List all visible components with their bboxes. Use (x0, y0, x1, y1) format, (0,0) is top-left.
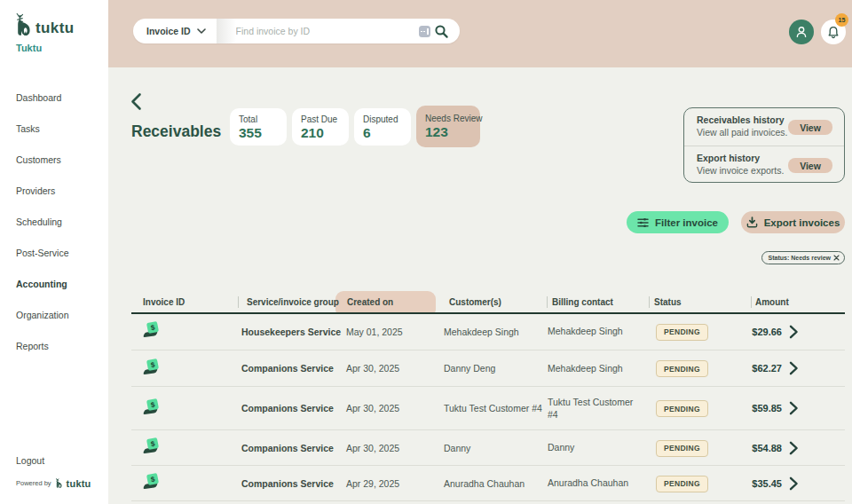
column-header-billing-contact[interactable]: Billing contact (552, 297, 613, 307)
stat-value: 355 (239, 125, 287, 141)
search-divider (217, 19, 236, 43)
status-badge: PENDING (656, 476, 708, 492)
chevron-left-icon (129, 92, 143, 111)
filter-invoice-button[interactable]: Filter invoice (627, 211, 729, 233)
invoice-money-icon: $ (145, 474, 161, 489)
sidebar-nav: Dashboard Tasks Customers Providers Sche… (16, 82, 105, 361)
sidebar-item-accounting[interactable]: Accounting (16, 268, 105, 299)
status-badge: PENDING (656, 324, 708, 341)
cell-billing-contact: Mehakdeep Singh (548, 325, 656, 337)
cell-created-on: May 01, 2025 (346, 327, 444, 337)
sidebar-item-providers[interactable]: Providers (16, 175, 105, 206)
stat-label: Disputed (363, 114, 411, 124)
column-header-status[interactable]: Status (654, 297, 682, 307)
cell-customer: Tuktu Test Customer #4 (444, 403, 548, 413)
column-divider (547, 296, 548, 308)
chevron-right-icon[interactable] (789, 361, 799, 375)
status-filter-chip[interactable]: Status: Needs review (761, 251, 845, 264)
column-header-invoice-id[interactable]: Invoice ID (143, 297, 185, 307)
sidebar-item-scheduling[interactable]: Scheduling (16, 206, 105, 237)
chevron-right-icon[interactable] (789, 401, 799, 415)
column-divider (649, 296, 650, 308)
stat-value: 123 (425, 124, 480, 140)
close-icon[interactable] (833, 255, 840, 261)
sidebar-item-dashboard[interactable]: Dashboard (16, 82, 105, 113)
cell-created-on: Apr 30, 2025 (346, 403, 444, 413)
column-header-service-group[interactable]: Service/invoice group (247, 297, 339, 307)
download-icon (746, 217, 758, 228)
status-filter-chip-label: Status: Needs review (769, 255, 831, 261)
table-row[interactable]: $ Companions Service Apr 30, 2025 Danny … (131, 430, 845, 466)
export-invoices-label: Export invoices (764, 217, 840, 228)
sidebar-item-customers[interactable]: Customers (16, 144, 105, 175)
brand-wordmark: tuktu (36, 20, 75, 37)
column-header-created-on[interactable]: Created on (347, 297, 393, 307)
avatar-button[interactable] (789, 20, 814, 44)
stat-card-needs-review[interactable]: Needs Review 123 (416, 106, 480, 147)
invoice-money-icon: $ (145, 322, 161, 337)
logout-link[interactable]: Logout (16, 455, 44, 466)
sidebar-item-tasks[interactable]: Tasks (16, 113, 105, 144)
stat-label: Total (239, 114, 287, 124)
cell-customer: Danny (444, 443, 548, 453)
export-invoices-button[interactable]: Export invoices (741, 211, 845, 233)
invoice-money-icon: $ (145, 359, 161, 374)
cell-service-group: Companions Service (241, 363, 346, 374)
chevron-right-icon[interactable] (789, 476, 799, 491)
search-icon[interactable] (434, 24, 449, 39)
history-panel: Receivables history View all paid invoic… (683, 107, 845, 183)
chevron-right-icon[interactable] (789, 325, 799, 339)
chevron-right-icon[interactable] (789, 441, 799, 455)
table-row[interactable]: $ Companions Service Apr 30, 2025 Tuktu … (131, 387, 845, 430)
cell-amount: $29.66 (752, 327, 782, 337)
status-badge: PENDING (656, 440, 708, 457)
cell-billing-contact: Anuradha Chauhan (548, 476, 656, 489)
cell-service-group: Companions Service (241, 403, 346, 413)
stat-card-total[interactable]: Total 355 (230, 108, 287, 146)
column-header-amount[interactable]: Amount (755, 297, 789, 307)
cell-billing-contact: Tuktu Test Customer #4 (548, 396, 656, 421)
cell-amount: $62.27 (752, 363, 782, 374)
main-content: Receivables Total 355 Past Due 210 Dispu… (108, 67, 852, 504)
search-bar: Invoice ID (133, 19, 460, 43)
invoice-money-icon: $ (145, 399, 161, 414)
sidebar-item-reports[interactable]: Reports (16, 330, 105, 361)
receivables-history-view-button[interactable]: View (788, 120, 832, 135)
table-row[interactable]: $ Companions Service Apr 30, 2025 Danny … (131, 350, 845, 387)
cell-created-on: Apr 29, 2025 (346, 478, 444, 489)
column-header-customers[interactable]: Customer(s) (449, 297, 501, 307)
table-row[interactable]: $ Companions Service Apr 29, 2025 Anurad… (131, 466, 845, 501)
export-history-row: Export history View invoice exports. Vie… (684, 146, 844, 183)
cell-amount: $59.85 (752, 403, 782, 413)
app-label[interactable]: Tuktu (16, 43, 42, 53)
cell-service-group: Housekeepers Service (241, 327, 346, 337)
sidebar-item-post-service[interactable]: Post-Service (16, 237, 105, 268)
cell-billing-contact: Mehakdeep Singh (548, 362, 656, 374)
search-input[interactable] (236, 19, 419, 43)
powered-by-label: Powered by (16, 479, 51, 487)
search-category-dropdown[interactable]: Invoice ID (133, 19, 217, 43)
stat-card-past-due[interactable]: Past Due 210 (292, 108, 349, 146)
cell-created-on: Apr 30, 2025 (346, 443, 444, 453)
cell-created-on: Apr 30, 2025 (346, 363, 444, 374)
cell-customer: Anuradha Chauhan (444, 478, 548, 489)
table-header: Invoice ID Service/invoice group Created… (131, 291, 845, 313)
receivables-history-row: Receivables history View all paid invoic… (684, 108, 844, 146)
column-divider (238, 296, 239, 308)
export-history-view-button[interactable]: View (788, 158, 832, 173)
filter-sliders-icon (637, 217, 649, 228)
bell-icon (827, 26, 840, 39)
notifications-badge: 15 (835, 13, 848, 27)
chevron-down-icon (197, 28, 206, 34)
stat-value: 6 (363, 125, 411, 141)
stat-card-disputed[interactable]: Disputed 6 (354, 108, 411, 146)
invoice-table: $ Housekeepers Service May 01, 2025 Meha… (131, 313, 845, 501)
powered-by: Powered by tuktu (16, 477, 91, 489)
back-button[interactable] (129, 92, 143, 111)
cell-amount: $35.45 (752, 478, 782, 489)
input-cursor-icon (419, 26, 430, 37)
column-divider (751, 296, 752, 308)
sidebar-item-organization[interactable]: Organization (16, 299, 105, 330)
sidebar: tuktu Tuktu Dashboard Tasks Customers Pr… (0, 0, 108, 504)
table-row[interactable]: $ Housekeepers Service May 01, 2025 Meha… (131, 313, 845, 350)
